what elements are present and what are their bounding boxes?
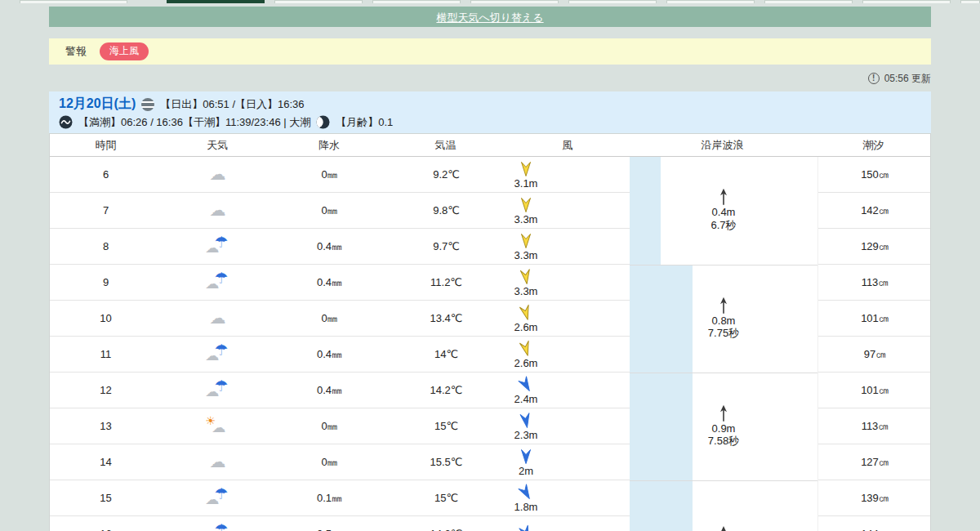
wind-stack: 1.8m [507,484,545,512]
wind-direction-arrow-icon [519,267,534,285]
top-tab[interactable] [666,0,755,3]
time-cell: 12 [50,373,162,408]
info-icon[interactable]: ! [868,73,880,84]
top-tab[interactable] [274,0,363,3]
weather-cell: ☁ [162,157,274,192]
top-tab[interactable] [20,0,127,3]
top-tab[interactable] [470,0,559,3]
table-row: 9☁☂0.4㎜11.2℃3.3m [50,265,630,301]
tide-cell: 113㎝ [818,265,931,301]
precip-cell: 0㎜ [274,301,385,336]
wave-height-value: 0.4m [712,206,736,219]
time-cell: 10 [50,301,162,336]
top-tab[interactable] [372,0,461,3]
precip-cell: 0.5㎜ [274,516,385,531]
tide-cell: 127㎝ [818,444,931,480]
precip-cell: 0.1㎜ [274,480,385,515]
precip-cell: 0㎜ [274,408,385,444]
precip-cell: 0.4㎜ [274,229,385,264]
wind-direction-arrow-icon [518,411,533,429]
temp-cell: 13.4℃ [385,301,507,336]
date-header-line1: 12月20日(土) 【日出】06:51 /【日入】16:36 [59,96,931,112]
temp-cell: 11.2℃ [385,265,507,300]
wave-info [630,526,817,531]
wind-cell [507,516,630,531]
wave-info: 0.4m6.7秒 [630,189,817,231]
precip-cell: 0.4㎜ [274,265,385,300]
sea-wind-warning-badge[interactable]: 海上風 [100,42,149,60]
table-body: 6☁0㎜9.2℃3.1m7☁0㎜9.8℃3.3m8☁☂0.4㎜9.7℃3.3m9… [50,157,930,531]
top-tab[interactable] [764,0,853,3]
tide-cell: 113㎝ [818,408,931,444]
temp-cell: 14.2℃ [385,516,507,531]
precip-cell: 0㎜ [274,444,385,480]
wind-value: 3.3m [514,214,538,225]
time-cell: 11 [50,337,162,372]
table-row: 8☁☂0.4㎜9.7℃3.3m [50,229,630,265]
update-time-text: 05:56 更新 [884,72,931,86]
wave-height-value: 0.9m [712,422,736,435]
temp-cell: 15℃ [385,480,507,515]
weather-cell: ☁☂ [162,480,274,515]
temp-cell: 9.7℃ [385,229,507,264]
cloud-glyph: ☁ [212,421,226,435]
wind-cell: 2.6m [507,301,630,336]
cloud-glyph: ☁ [210,166,226,182]
temp-cell: 9.2℃ [385,157,507,192]
tide-cell: 97㎝ [818,337,931,373]
tide-cell: 139㎝ [818,480,931,516]
cloud-icon: ☁ [205,453,231,472]
col-header-temp: 気温 [385,134,506,156]
tide-cell: 142㎝ [818,193,931,229]
wind-direction-arrow-icon [519,233,532,249]
wave-info: 0.8m7.75秒 [630,297,817,339]
wind-cell: 3.3m [507,229,630,264]
weather-cell: ☀☁ [162,408,274,444]
tide-cell: 101㎝ [818,301,931,337]
wind-direction-arrow-icon [519,197,532,213]
time-cell: 8 [50,229,162,264]
col-header-tide: 潮汐 [816,134,930,156]
weather-cell: ☁☂ [162,229,274,264]
partly-sunny-icon: ☀☁ [205,417,231,436]
date-title: 12月20日(土) [59,96,136,113]
umbrella-glyph: ☂ [214,486,228,502]
tide-cell: 101㎝ [818,373,931,408]
moon-phase-icon [316,115,330,129]
weather-cell: ☁ [162,301,274,336]
wind-cell: 3.1m [507,157,630,192]
umbrella-glyph: ☂ [214,270,228,286]
wind-value: 2.4m [514,394,538,404]
wave-group: 0.4m6.7秒 [630,157,817,265]
temp-cell: 15℃ [385,408,507,444]
switch-to-horizontal-link[interactable]: 横型天気へ切り替える [436,11,543,24]
weather-cell: ☁ [162,193,274,228]
top-tab[interactable] [862,0,951,3]
wave-direction-up-arrow-icon [719,189,728,206]
wave-height-value: 0.8m [712,314,736,327]
wind-value: 2.6m [514,358,538,368]
wave-height-bar [630,481,693,531]
temp-cell: 14℃ [385,337,507,372]
wind-cell: 2m [507,444,630,480]
sunrise-sunset-text: 【日出】06:51 /【日入】16:36 [160,97,304,112]
col-header-precip: 降水 [274,134,385,156]
wave-direction-up-arrow-icon [719,297,728,314]
wind-stack: 2.3m [507,413,545,440]
table-header-row: 時間 天気 降水 気温 風 沿岸波浪 潮汐 [50,134,930,157]
wind-direction-arrow-icon [519,448,532,465]
top-tab[interactable] [568,0,657,3]
col-header-weather: 天気 [162,134,274,156]
weather-cell: ☁ [162,444,274,480]
top-tab-active[interactable] [167,0,265,3]
cloud-icon: ☁ [205,201,231,221]
warning-bar: 警報 海上風 [49,38,931,65]
temp-cell: 14.2℃ [385,373,507,408]
wind-value: 3.3m [514,286,538,297]
wave-icon [59,115,73,129]
top-tab[interactable] [960,0,980,3]
time-cell: 16 [50,516,162,531]
col-header-coastal-waves: 沿岸波浪 [629,134,817,156]
umbrella-glyph: ☂ [214,234,228,250]
umbrella-glyph: ☂ [214,342,228,358]
